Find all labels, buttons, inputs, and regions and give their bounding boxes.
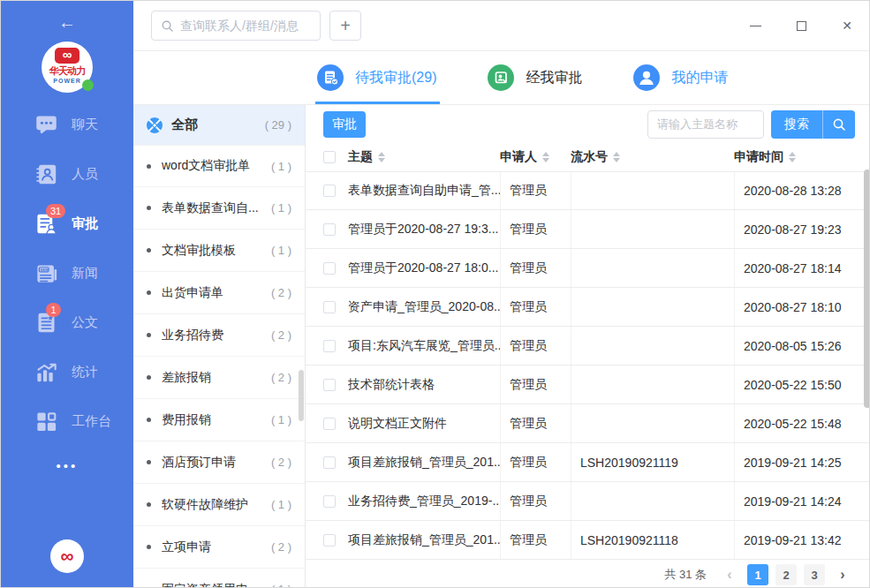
more-menu-icon[interactable]: ••• bbox=[57, 458, 79, 473]
all-categories-icon bbox=[147, 117, 163, 133]
user-avatar[interactable]: ∞ 华天动力 POWER bbox=[42, 41, 93, 93]
tab-my-applications[interactable]: 我的申请 bbox=[633, 51, 728, 104]
table-row[interactable]: 资产申请_管理员_2020-08...管理员2020-08-27 18:10 bbox=[306, 288, 870, 327]
row-checkbox[interactable] bbox=[323, 534, 336, 547]
sidebar-item-label: 新闻 bbox=[72, 265, 98, 282]
sort-icon[interactable] bbox=[378, 152, 385, 162]
sidebar-item-label: 统计 bbox=[72, 364, 98, 381]
cell-subject[interactable]: 项目差旅报销_管理员_201... bbox=[348, 455, 500, 471]
table-scrollbar-thumb[interactable] bbox=[864, 170, 870, 408]
search-icon bbox=[832, 117, 846, 132]
category-item[interactable]: 费用报销( 1 ) bbox=[133, 399, 305, 441]
category-item[interactable]: word文档审批单( 1 ) bbox=[133, 145, 305, 187]
category-count: ( 1 ) bbox=[271, 201, 291, 215]
cell-subject[interactable]: 管理员于2020-08-27 18:0... bbox=[348, 260, 500, 276]
category-item[interactable]: 软硬件故障维护( 1 ) bbox=[133, 484, 305, 526]
category-item[interactable]: 表单数据查询自...( 1 ) bbox=[133, 187, 305, 230]
cell-subject[interactable]: 说明文档正文附件 bbox=[348, 416, 500, 432]
row-checkbox[interactable] bbox=[323, 495, 336, 508]
table-row[interactable]: 项目差旅报销_管理员_201...管理员LSH201909211192019-0… bbox=[306, 443, 870, 482]
tab-pending-approval[interactable]: 待我审批(29) bbox=[317, 51, 436, 104]
sidebar-item-approval[interactable]: 31审批 bbox=[1, 199, 133, 248]
select-all-checkbox[interactable] bbox=[323, 151, 336, 163]
category-item[interactable]: 出货申请单( 2 ) bbox=[133, 272, 305, 314]
cell-subject[interactable]: 技术部统计表格 bbox=[348, 377, 500, 393]
sidebar-item-stats[interactable]: 统计 bbox=[1, 347, 133, 396]
close-button[interactable]: ✕ bbox=[836, 14, 859, 37]
row-checkbox[interactable] bbox=[323, 185, 336, 197]
sidebar-item-news[interactable]: NEW新闻 bbox=[1, 248, 133, 298]
sort-icon[interactable] bbox=[542, 152, 549, 162]
prev-page-button[interactable]: ‹ bbox=[719, 564, 740, 585]
table-row[interactable]: 表单数据查询自助申请_管...管理员2020-08-28 13:28 bbox=[306, 171, 870, 210]
category-item[interactable]: 立项申请( 2 ) bbox=[133, 526, 305, 569]
table-row[interactable]: 业务招待费_管理员_2019-...管理员2019-09-21 14:24 bbox=[306, 482, 870, 521]
brand-logo-icon[interactable]: ∞ bbox=[50, 539, 84, 573]
category-item[interactable]: 酒店预订申请( 2 ) bbox=[133, 441, 305, 484]
header-time: 申请时间 bbox=[734, 149, 870, 165]
table-row[interactable]: 说明文档正文附件管理员2020-05-22 15:48 bbox=[306, 404, 870, 443]
sidebar-item-contacts[interactable]: 人员 bbox=[1, 149, 133, 199]
maximize-icon bbox=[797, 21, 806, 31]
row-checkbox[interactable] bbox=[323, 262, 336, 275]
contacts-icon bbox=[34, 162, 58, 186]
add-button[interactable]: + bbox=[329, 11, 361, 41]
collapse-back-icon[interactable]: ← bbox=[58, 13, 76, 31]
tab-reviewed-by-me[interactable]: 经我审批 bbox=[488, 51, 582, 104]
table-row[interactable]: 管理员于2020-08-27 19:3...管理员2020-08-27 19:2… bbox=[306, 210, 870, 249]
table-row[interactable]: 技术部统计表格管理员2020-05-22 15:50 bbox=[306, 366, 870, 404]
minimize-button[interactable] bbox=[744, 14, 767, 37]
category-label: 立项申请 bbox=[162, 539, 211, 555]
row-checkbox[interactable] bbox=[323, 223, 336, 236]
cell-subject[interactable]: 项目:东风汽车展览_管理员... bbox=[348, 338, 500, 354]
cell-subject[interactable]: 管理员于2020-08-27 19:3... bbox=[348, 222, 500, 237]
document-icon: 1 bbox=[34, 311, 58, 335]
bullet-icon bbox=[147, 460, 151, 464]
cell-time: 2019-09-21 13:42 bbox=[734, 521, 870, 559]
advanced-search-button[interactable] bbox=[823, 110, 855, 139]
sort-icon[interactable] bbox=[789, 152, 796, 162]
category-label: 固定资产领用申... bbox=[162, 582, 259, 588]
category-item[interactable]: 固定资产领用申...( 1 ) bbox=[133, 569, 305, 588]
page-button-1[interactable]: 1 bbox=[747, 564, 768, 585]
reviewed-icon bbox=[488, 64, 514, 91]
category-count: ( 2 ) bbox=[271, 540, 291, 554]
maximize-button[interactable] bbox=[790, 14, 813, 37]
table-row[interactable]: 项目差旅报销_管理员_201...管理员LSH201909211182019-0… bbox=[306, 521, 870, 560]
category-scrollbar-thumb[interactable] bbox=[299, 370, 304, 421]
category-all[interactable]: 全部 ( 29 ) bbox=[133, 105, 305, 145]
bullet-icon bbox=[147, 333, 151, 337]
table-row[interactable]: 管理员于2020-08-27 18:0...管理员2020-08-27 18:1… bbox=[306, 249, 870, 288]
category-item[interactable]: 文档审批模板( 1 ) bbox=[133, 230, 305, 272]
topic-search-input[interactable] bbox=[647, 110, 764, 139]
row-checkbox[interactable] bbox=[323, 301, 336, 313]
cell-serial bbox=[571, 172, 734, 209]
next-page-button[interactable]: › bbox=[832, 564, 853, 585]
page-button-3[interactable]: 3 bbox=[804, 564, 825, 585]
category-item[interactable]: 业务招待费( 2 ) bbox=[133, 314, 305, 357]
cell-serial bbox=[571, 288, 734, 326]
sidebar-item-document[interactable]: 1公文 bbox=[1, 298, 133, 347]
row-checkbox[interactable] bbox=[323, 379, 336, 391]
cell-serial bbox=[571, 327, 734, 365]
row-checkbox[interactable] bbox=[323, 456, 336, 469]
cell-subject[interactable]: 业务招待费_管理员_2019-... bbox=[348, 494, 500, 509]
contact-search-box[interactable] bbox=[151, 11, 321, 41]
sidebar-item-workbench[interactable]: 工作台 bbox=[1, 396, 133, 446]
table-row[interactable]: 项目:东风汽车展览_管理员...管理员2020-08-05 15:26 bbox=[306, 327, 870, 366]
category-count: ( 2 ) bbox=[271, 328, 291, 342]
cell-subject[interactable]: 表单数据查询自助申请_管... bbox=[348, 183, 500, 199]
search-button[interactable]: 搜索 bbox=[771, 110, 822, 139]
cell-subject[interactable]: 资产申请_管理员_2020-08... bbox=[348, 299, 500, 315]
category-item[interactable]: 差旅报销( 2 ) bbox=[133, 357, 305, 399]
row-checkbox[interactable] bbox=[323, 340, 336, 352]
sort-icon[interactable] bbox=[613, 152, 620, 162]
page-button-2[interactable]: 2 bbox=[775, 564, 797, 585]
contact-search-input[interactable] bbox=[180, 19, 311, 33]
cell-subject[interactable]: 项目差旅报销_管理员_201... bbox=[348, 532, 500, 548]
row-checkbox[interactable] bbox=[323, 418, 336, 430]
sidebar-item-chat[interactable]: 聊天 bbox=[1, 100, 133, 149]
category-panel: 全部 ( 29 ) word文档审批单( 1 )表单数据查询自...( 1 )文… bbox=[133, 104, 306, 588]
tab-label: 待我审批(29) bbox=[355, 69, 436, 87]
approve-button[interactable]: 审批 bbox=[323, 111, 366, 138]
